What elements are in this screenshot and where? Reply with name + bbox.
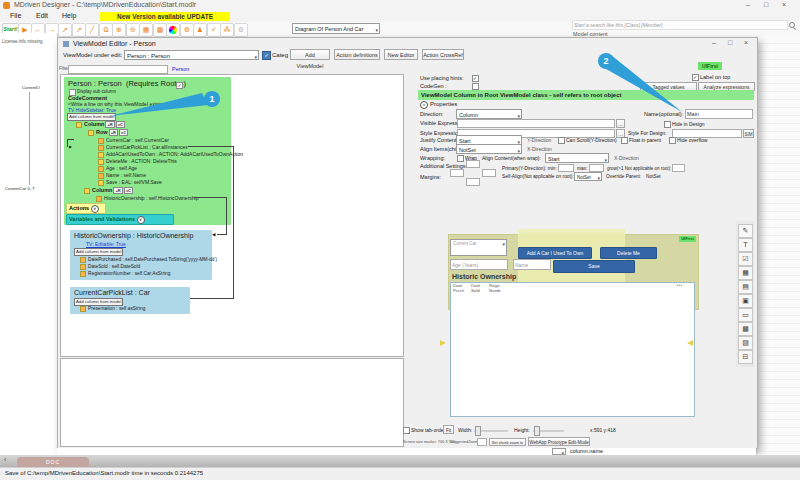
add-viewmodel-button[interactable]: Add ViewModel — [290, 49, 330, 60]
person-tab[interactable]: Person — [172, 66, 189, 72]
line-tool-icon[interactable]: ╱ — [85, 23, 99, 37]
share-icon[interactable]: ⁂ — [220, 23, 234, 37]
doc-tab[interactable]: DOC — [17, 457, 89, 467]
tree-row-node[interactable]: Row+R=C — [88, 129, 128, 136]
align-items-select[interactable]: NotSet — [456, 144, 522, 154]
pointer-icon[interactable]: ↗ — [58, 23, 72, 37]
table-col-registrationnumber[interactable]: Regis Numb — [489, 284, 505, 294]
grid-icon[interactable]: ▦ — [139, 23, 153, 37]
width-slider-thumb[interactable] — [475, 426, 481, 436]
tree-item-currentcar[interactable]: CurrentCar : self.CurrentCar — [98, 137, 169, 144]
maximize-button[interactable]: □ — [764, 1, 768, 8]
preview-delete-button[interactable]: Delete Me — [600, 247, 657, 259]
background-column-select[interactable] — [552, 448, 566, 455]
edit-note-icon[interactable]: ✎ — [738, 224, 753, 238]
visible-expression-input[interactable] — [457, 119, 615, 128]
suggested-zoom-input[interactable] — [477, 438, 487, 446]
new-editor-button[interactable]: New Editor — [384, 49, 418, 60]
menu-help[interactable]: Help — [62, 12, 76, 19]
dialog-minimize-button[interactable]: – — [712, 39, 716, 46]
add-column-from-model-button[interactable]: Add column from model — [74, 248, 123, 256]
chevron-down-icon[interactable]: ∨ — [137, 216, 145, 224]
variables-section[interactable]: Variables and Validations ∨ — [66, 214, 174, 225]
tree-item-name[interactable]: Name : self.Name — [98, 172, 146, 179]
sim-button[interactable]: SIM — [743, 129, 754, 138]
table-menu-dots[interactable]: ⋯ — [676, 281, 682, 288]
search-icon[interactable] — [789, 22, 795, 28]
margin-left-input[interactable] — [450, 169, 464, 177]
direction-select[interactable]: Column — [456, 109, 522, 119]
color-wheel-icon[interactable] — [166, 23, 180, 37]
preview-save-button[interactable]: Save — [553, 260, 635, 273]
shrink-zoom-button[interactable]: Set shrink zoom to fit — [489, 438, 526, 446]
picture-icon[interactable]: ▨ — [738, 336, 753, 350]
resize-handle-right[interactable] — [687, 340, 693, 346]
categ-checkbox[interactable]: ✓ — [262, 51, 271, 60]
webapp-prototype-button[interactable]: WebApp Prototype Edit-Mode — [528, 437, 590, 446]
diagram-select[interactable]: Diagram Of Person And Car — [292, 23, 380, 34]
hide-overflow-checkbox[interactable] — [669, 137, 676, 144]
search-input[interactable] — [572, 20, 788, 30]
eq-col-mini-button[interactable]: =C — [124, 187, 133, 194]
validate-icon[interactable]: ✓ — [207, 23, 221, 37]
frame-icon[interactable]: ▩ — [738, 322, 753, 336]
image-person-icon[interactable]: ▣ — [738, 294, 753, 308]
table-col-datepurchased[interactable]: Date Purch — [453, 284, 468, 294]
actions-section[interactable]: Actions ∨ — [66, 203, 106, 214]
tree-item-addacar[interactable]: AddACarIUsedToOwn : ACTION: AddACarIUsed… — [98, 151, 243, 158]
picklist-item-presentation[interactable]: Presentation : self.asString — [80, 306, 145, 312]
settings-icon[interactable]: ⚙ — [234, 23, 248, 37]
printer-icon[interactable]: ⊟ — [738, 350, 753, 364]
tab-scroll-back[interactable]: ‹ — [4, 456, 6, 463]
margin-right-input[interactable] — [482, 169, 496, 177]
hide-in-design-checkbox[interactable] — [664, 121, 671, 128]
table-export-icon[interactable]: ▩ — [153, 23, 167, 37]
collapse-section-icon[interactable]: ∧ — [420, 101, 428, 109]
margin-bottom-input[interactable] — [466, 178, 480, 186]
add-row-mini-button[interactable]: +R — [109, 129, 118, 136]
menu-edit[interactable]: Edit — [36, 12, 48, 19]
add-column-from-model-button[interactable]: Add column from model — [74, 298, 123, 306]
fit-button[interactable]: Fit — [443, 425, 454, 434]
preview-table[interactable] — [450, 282, 695, 417]
action-crossref-button[interactable]: Action CrossRef — [422, 49, 464, 60]
checkbox-icon[interactable]: ☑ — [738, 252, 753, 266]
pointer-alt-icon[interactable]: ↗ — [72, 23, 86, 37]
chevron-down-icon[interactable]: ∨ — [91, 205, 99, 213]
update-banner[interactable]: New Version available UPDATE — [100, 12, 230, 21]
dialog-close-button[interactable]: × — [744, 39, 748, 46]
button-widget-icon[interactable]: ▭ — [738, 308, 753, 322]
margin-top-input[interactable] — [466, 160, 480, 168]
menu-file[interactable]: File — [10, 12, 21, 19]
tree-column2-node[interactable]: Column+R=C — [84, 187, 133, 194]
dialog-maximize-button[interactable]: □ — [728, 39, 732, 46]
preview-name-input[interactable] — [513, 259, 551, 270]
wrap-checkbox[interactable] — [457, 155, 464, 162]
eq-col-mini-button[interactable]: =C — [119, 129, 128, 136]
height-slider-thumb[interactable] — [534, 426, 540, 436]
tree-item-deleteme[interactable]: DeleteMe : ACTION: DeleteThis — [98, 158, 177, 165]
minimize-button[interactable]: – — [746, 1, 750, 8]
tree-item-save[interactable]: Save : EAL: selfVM.Save — [98, 179, 162, 186]
historic-item-datepurchased[interactable]: DatePurchased : self.DatePurchased.ToStr… — [80, 257, 217, 263]
preview-add-car-button[interactable]: Add A Car I Used To Own — [518, 247, 592, 259]
preview-currentcar-combobox[interactable]: Current Car — [450, 239, 507, 256]
self-align-select[interactable]: NotSet — [574, 172, 602, 181]
zoom-out-icon[interactable]: ⊖ — [126, 23, 140, 37]
grow-input[interactable] — [672, 164, 685, 172]
action-definitions-button[interactable]: Action definitions — [334, 49, 380, 60]
viewmodel-select[interactable]: Person : Person — [124, 50, 259, 60]
visible-expression-ellipsis-button[interactable]: … — [616, 119, 625, 128]
primary-min-input[interactable] — [558, 164, 574, 172]
float-in-parent-checkbox[interactable] — [621, 137, 628, 144]
screen-icon[interactable]: ⧉ — [99, 23, 113, 37]
show-tab-order-checkbox[interactable] — [403, 427, 410, 434]
user-icon[interactable]: ♟ — [193, 23, 207, 37]
table-add-icon[interactable]: ▦ — [738, 266, 753, 280]
historic-item-datesold[interactable]: DateSold : self.DateSold — [80, 264, 140, 270]
filter-input[interactable] — [68, 65, 168, 74]
use-placing-hints-checkbox[interactable] — [472, 75, 479, 82]
name-input[interactable] — [685, 109, 753, 119]
historic-item-registrationnumber[interactable]: RegistrationNumber : self.Car.AsString — [80, 271, 170, 277]
resize-handle-left[interactable] — [440, 340, 446, 346]
